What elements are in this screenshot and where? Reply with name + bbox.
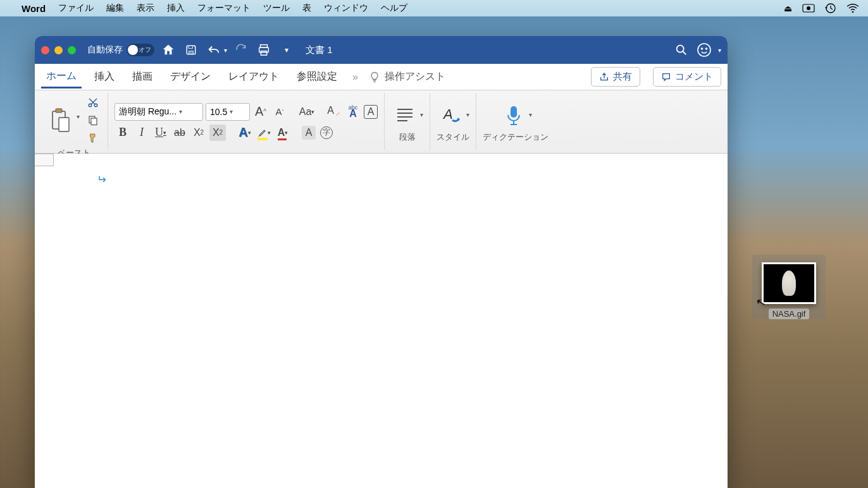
svg-text:A: A (442, 106, 453, 122)
tab-layout[interactable]: レイアウト (223, 66, 284, 87)
phonetic-guide-icon[interactable]: abcA (345, 104, 361, 120)
dictation-dropdown[interactable]: ▾ (529, 111, 532, 118)
paste-dropdown[interactable]: ▾ (77, 113, 80, 120)
ribbon-tabs: ホーム 挿入 描画 デザイン レイアウト 参照設定 » 操作アシスト 共有 コメ… (35, 64, 728, 90)
tab-home[interactable]: ホーム (41, 66, 82, 88)
shrink-font-icon[interactable]: Aˇ (271, 104, 288, 120)
menu-help[interactable]: ヘルプ (381, 3, 407, 14)
window-titlebar: 自動保存 オフ ▾ ▾ 文書 1 ▾ (35, 36, 728, 64)
zoom-window-button[interactable] (68, 46, 76, 54)
styles-group: A ▾ スタイル (430, 93, 476, 150)
undo-dropdown[interactable]: ▾ (224, 47, 227, 54)
svg-rect-15 (59, 118, 69, 131)
document-title: 文書 1 (306, 44, 333, 56)
qat-customize[interactable]: ▾ (278, 41, 295, 59)
paragraph-button[interactable] (391, 101, 419, 129)
menu-edit[interactable]: 編集 (106, 3, 124, 14)
time-machine-icon[interactable] (825, 3, 836, 14)
word-window: 自動保存 オフ ▾ ▾ 文書 1 ▾ ホーム 挿入 描画 デザイン レイアウト … (35, 36, 728, 488)
traffic-lights (41, 46, 76, 54)
tab-references[interactable]: 参照設定 (292, 66, 342, 87)
font-group: 游明朝 Regu...▾ 10.5▾ A^ Aˇ Aa ▾ A⟋ abcA A … (108, 93, 385, 150)
file-name-label: NASA.gif (769, 308, 810, 319)
svg-rect-8 (261, 51, 266, 55)
superscript-button[interactable]: X2 (209, 125, 226, 141)
search-icon[interactable] (673, 41, 690, 59)
svg-point-10 (698, 44, 710, 56)
wifi-icon[interactable] (846, 3, 859, 13)
font-color-icon[interactable]: A ▾ (275, 125, 291, 141)
paste-button[interactable] (46, 106, 74, 134)
copy-icon[interactable] (85, 112, 101, 128)
share-button[interactable]: 共有 (591, 67, 640, 87)
change-case-icon[interactable]: Aa ▾ (299, 104, 315, 120)
paragraph-group: ▾ 段落 (385, 93, 430, 150)
tab-insert[interactable]: 挿入 (89, 66, 120, 87)
minimize-window-button[interactable] (54, 46, 63, 54)
menu-file[interactable]: ファイル (58, 3, 94, 14)
menu-table[interactable]: 表 (302, 3, 311, 14)
menu-insert[interactable]: 挿入 (167, 3, 185, 14)
underline-button[interactable]: U ▾ (152, 125, 169, 141)
character-border-icon[interactable]: A (364, 105, 378, 119)
subscript-button[interactable]: X2 (190, 125, 207, 141)
italic-button[interactable]: I (133, 125, 150, 141)
file-thumbnail (762, 262, 816, 304)
print-icon[interactable] (255, 41, 273, 59)
screen-record-icon[interactable] (802, 4, 815, 13)
paragraph-dropdown[interactable]: ▾ (420, 111, 423, 118)
account-dropdown[interactable]: ▾ (718, 47, 721, 54)
autosave-toggle[interactable]: オフ (127, 44, 154, 56)
menu-format[interactable]: フォーマット (197, 3, 251, 14)
dictation-group: ▾ ディクテーション (476, 93, 555, 150)
svg-point-3 (852, 11, 854, 13)
svg-rect-14 (56, 109, 62, 113)
enclose-characters-icon[interactable]: 字 (318, 125, 335, 141)
strikethrough-button[interactable]: ab (171, 125, 188, 141)
styles-dropdown[interactable]: ▾ (466, 111, 469, 118)
format-painter-icon[interactable] (85, 130, 101, 146)
styles-button[interactable]: A (437, 101, 465, 129)
grow-font-icon[interactable]: A^ (252, 104, 269, 120)
desktop-file-nasa[interactable]: NASA.gif (757, 262, 821, 319)
menu-view[interactable]: 表示 (137, 3, 154, 14)
autosave-label: 自動保存 (87, 44, 123, 56)
home-icon[interactable] (159, 41, 177, 59)
eject-icon[interactable]: ⏏ (784, 3, 792, 13)
bold-button[interactable]: B (115, 125, 131, 141)
cut-icon[interactable] (85, 94, 101, 111)
redo-button[interactable] (232, 41, 250, 59)
menu-window[interactable]: ウィンドウ (324, 3, 368, 14)
svg-point-12 (706, 48, 707, 49)
text-effects-icon[interactable]: A ▾ (237, 125, 253, 141)
tab-draw[interactable]: 描画 (127, 66, 158, 87)
more-tabs-icon[interactable]: » (350, 71, 361, 83)
svg-rect-25 (511, 106, 517, 118)
tab-design[interactable]: デザイン (165, 66, 216, 87)
svg-rect-19 (91, 118, 97, 125)
clear-formatting-icon[interactable]: A⟋ (326, 104, 342, 120)
app-name[interactable]: Word (22, 3, 46, 14)
clipboard-group: ▾ ペースト (40, 93, 108, 150)
character-shading-icon[interactable]: A (302, 126, 316, 140)
account-icon[interactable] (695, 41, 713, 59)
svg-point-11 (702, 48, 703, 49)
lightbulb-icon (368, 71, 381, 83)
undo-button[interactable] (205, 41, 223, 59)
close-window-button[interactable] (41, 46, 49, 54)
menu-tools[interactable]: ツール (263, 3, 290, 14)
highlight-color-icon[interactable]: ▾ (256, 125, 272, 141)
dictation-button[interactable] (500, 101, 528, 129)
share-icon (599, 72, 609, 82)
autosave-control[interactable]: 自動保存 オフ (87, 44, 154, 56)
svg-point-1 (807, 6, 810, 10)
font-size-combo[interactable]: 10.5▾ (206, 103, 250, 121)
document-canvas[interactable]: ↵ (35, 154, 728, 488)
save-icon[interactable] (182, 41, 200, 59)
tell-me-search[interactable]: 操作アシスト (368, 70, 445, 83)
font-name-combo[interactable]: 游明朝 Regu...▾ (115, 103, 203, 121)
comment-button[interactable]: コメント (653, 67, 721, 87)
ruler-tab (35, 154, 54, 166)
svg-point-9 (677, 46, 684, 52)
macos-menubar: Word ファイル 編集 表示 挿入 フォーマット ツール 表 ウィンドウ ヘル… (0, 0, 868, 16)
